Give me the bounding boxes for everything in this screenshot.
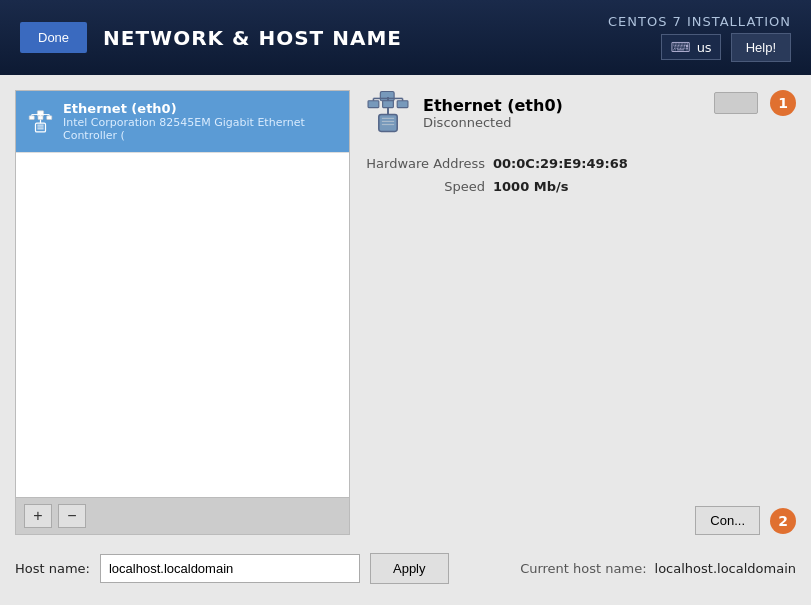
help-button[interactable]: Help! <box>731 33 791 62</box>
detail-info: Hardware Address 00:0C:29:E9:49:68 Speed… <box>365 156 796 202</box>
network-list: Ethernet (eth0) Intel Corporation 82545E… <box>16 91 349 497</box>
keyboard-language: us <box>697 40 712 55</box>
keyboard-icon: ⌨ <box>670 39 690 55</box>
configure-row: Con... 2 <box>365 506 796 535</box>
network-item-info: Ethernet (eth0) Intel Corporation 82545E… <box>63 101 337 142</box>
host-name-input[interactable] <box>100 554 360 583</box>
detail-status: Disconnected <box>423 115 563 130</box>
detail-spacer <box>365 202 796 498</box>
network-item-name: Ethernet (eth0) <box>63 101 337 116</box>
main-content: Ethernet (eth0) Intel Corporation 82545E… <box>0 75 811 605</box>
current-host-label: Current host name: <box>520 561 646 576</box>
network-detail-panel: Ethernet (eth0) Disconnected 1 Hardware … <box>365 90 796 535</box>
bottom-bar: Host name: Apply Current host name: loca… <box>15 547 796 590</box>
host-name-label: Host name: <box>15 561 90 576</box>
content-area: Ethernet (eth0) Intel Corporation 82545E… <box>15 90 796 535</box>
hardware-address-row: Hardware Address 00:0C:29:E9:49:68 <box>365 156 796 171</box>
badge-1: 1 <box>770 90 796 116</box>
hardware-address-value: 00:0C:29:E9:49:68 <box>493 156 628 171</box>
detail-name: Ethernet (eth0) <box>423 96 563 115</box>
hardware-address-label: Hardware Address <box>365 156 485 171</box>
current-host-value: localhost.localdomain <box>655 561 796 576</box>
list-item[interactable]: Ethernet (eth0) Intel Corporation 82545E… <box>16 91 349 153</box>
remove-network-button[interactable]: − <box>58 504 86 528</box>
apply-button[interactable]: Apply <box>370 553 449 584</box>
badge-2: 2 <box>770 508 796 534</box>
keyboard-selector[interactable]: ⌨ us <box>661 34 720 60</box>
done-button[interactable]: Done <box>20 22 87 53</box>
add-network-button[interactable]: + <box>24 504 52 528</box>
svg-rect-15 <box>368 101 379 108</box>
centos-label: CENTOS 7 INSTALLATION <box>608 14 791 29</box>
svg-rect-3 <box>47 115 52 119</box>
svg-rect-1 <box>29 115 34 119</box>
ethernet-list-icon <box>28 108 53 136</box>
current-host-section: Current host name: localhost.localdomain <box>520 561 796 576</box>
header-right: CENTOS 7 INSTALLATION ⌨ us Help! <box>608 14 791 62</box>
speed-row: Speed 1000 Mb/s <box>365 179 796 194</box>
detail-header-left: Ethernet (eth0) Disconnected <box>365 90 563 136</box>
network-list-panel: Ethernet (eth0) Intel Corporation 82545E… <box>15 90 350 535</box>
list-toolbar: + − <box>16 497 349 534</box>
page-title: NETWORK & HOST NAME <box>103 26 402 50</box>
svg-rect-17 <box>397 101 408 108</box>
detail-header: Ethernet (eth0) Disconnected 1 <box>365 90 796 136</box>
speed-value: 1000 Mb/s <box>493 179 568 194</box>
detail-title-group: Ethernet (eth0) Disconnected <box>423 96 563 130</box>
toggle-button[interactable] <box>714 92 758 114</box>
configure-button[interactable]: Con... <box>695 506 760 535</box>
network-item-desc: Intel Corporation 82545EM Gigabit Ethern… <box>63 116 337 142</box>
header: Done NETWORK & HOST NAME CENTOS 7 INSTAL… <box>0 0 811 75</box>
svg-rect-2 <box>38 115 43 119</box>
svg-rect-16 <box>383 101 394 108</box>
speed-label: Speed <box>365 179 485 194</box>
ethernet-detail-icon <box>365 90 411 136</box>
toggle-switch-group: 1 <box>714 90 796 116</box>
svg-rect-23 <box>379 115 397 132</box>
svg-rect-9 <box>35 123 45 132</box>
